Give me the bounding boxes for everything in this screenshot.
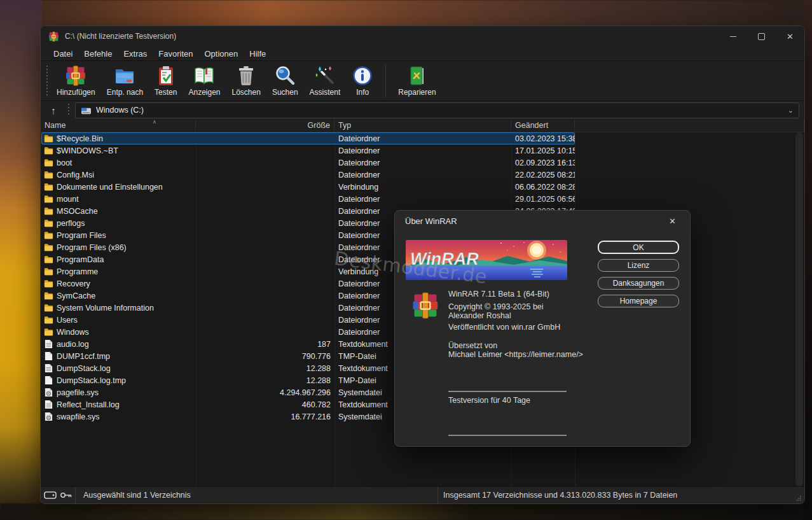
toolbar-button-label: Entp. nach xyxy=(107,88,143,97)
file-size: 12.288 xyxy=(196,376,334,385)
toolbar-button-label: Testen xyxy=(155,88,177,97)
file-name-cell: MSOCache xyxy=(41,206,196,216)
winrar-books-icon xyxy=(65,65,86,87)
menu-item-befehle[interactable]: Befehle xyxy=(78,48,118,59)
file-size: 4.294.967.296 xyxy=(196,388,334,397)
file-name-cell: boot xyxy=(41,158,196,167)
sort-ascending-icon: ∧ xyxy=(153,119,156,125)
title-bar[interactable]: C:\ (Nicht lizenzierte Testversion) ✕ xyxy=(41,26,804,46)
winrar-logo-text: WinRAR xyxy=(410,249,479,269)
column-header-modified[interactable]: Geändert xyxy=(511,119,575,132)
file-name-cell: DumpStack.log.tmp xyxy=(41,376,196,385)
dialog-button-danksagungen[interactable]: Danksagungen xyxy=(598,277,679,290)
dialog-button-lizenz[interactable]: Lizenz xyxy=(598,259,679,272)
file-name-cell: Recovery xyxy=(41,279,196,288)
window-controls: ✕ xyxy=(719,26,804,46)
toolbar-button-repair[interactable]: Reparieren xyxy=(392,63,441,99)
folder-icon xyxy=(44,279,53,288)
file-name: pagefile.sys xyxy=(57,388,99,397)
file-name: Windows xyxy=(57,328,89,337)
toolbar-button-label: Info xyxy=(356,88,369,97)
dialog-close-button[interactable]: ✕ xyxy=(665,215,680,227)
table-row[interactable]: Dokumente und EinstellungenVerbindung06.… xyxy=(41,181,804,193)
dialog-button-homepage[interactable]: Homepage xyxy=(598,295,679,307)
file-name-cell: Windows xyxy=(41,327,196,337)
address-bar: ↑ Windows (C:) ⌄ xyxy=(41,101,804,119)
menu-item-datei[interactable]: Datei xyxy=(48,48,78,59)
file-name: Programme xyxy=(57,267,98,276)
close-button[interactable]: ✕ xyxy=(776,26,804,46)
table-row[interactable]: mountDateiordner29.01.2025 06:56 xyxy=(41,193,804,205)
path-combobox[interactable]: Windows (C:) ⌄ xyxy=(75,102,799,118)
desktop-sky xyxy=(0,0,812,27)
maximize-icon xyxy=(758,33,765,40)
maximize-button[interactable] xyxy=(747,26,776,46)
table-row[interactable]: bootDateiordner02.09.2023 16:13 xyxy=(41,157,804,169)
toolbar-gripper[interactable] xyxy=(46,66,48,96)
file-name: mount xyxy=(57,195,79,204)
file-size: 187 xyxy=(196,340,334,349)
status-bar: Ausgewählt sind 1 Verzeichnis Insgesamt … xyxy=(41,486,804,503)
file-name: Program Files (x86) xyxy=(57,243,127,252)
file-name: DumpStack.log xyxy=(57,364,111,373)
toolbar-button-delete[interactable]: Löschen xyxy=(226,63,266,99)
resize-grip[interactable] xyxy=(795,495,802,502)
file-modified: 22.02.2025 08:21 xyxy=(511,171,575,179)
up-directory-button[interactable]: ↑ xyxy=(44,103,63,118)
magnifier-icon xyxy=(274,65,296,87)
file-name: swapfile.sys xyxy=(57,412,99,421)
toolbar: HinzufügenEntp. nachTestenAnzeigenLösche… xyxy=(41,60,804,101)
dialog-button-ok[interactable]: OK xyxy=(598,241,679,254)
folder-icon xyxy=(44,267,53,276)
file-system-icon xyxy=(44,388,53,397)
column-header-filler xyxy=(575,119,804,132)
file-name-cell: pagefile.sys xyxy=(41,388,196,397)
dialog-title-bar[interactable]: Über WinRAR ✕ xyxy=(395,211,690,231)
file-size: 790.776 xyxy=(196,352,334,361)
menu-item-favoriten[interactable]: Favoriten xyxy=(153,48,198,59)
wizard-wand-icon xyxy=(314,65,336,87)
toolbar-button-info[interactable]: Info xyxy=(346,63,379,99)
toolbar-button-extract[interactable]: Entp. nach xyxy=(101,63,149,99)
chevron-down-icon[interactable]: ⌄ xyxy=(788,107,794,114)
close-icon: ✕ xyxy=(787,32,794,41)
toolbar-button-add[interactable]: Hinzufügen xyxy=(51,63,101,99)
toolbar-button-label: Assistent xyxy=(310,88,341,97)
file-type: Dateiordner xyxy=(334,146,511,155)
file-type: Verbindung xyxy=(334,183,511,192)
file-name: Users xyxy=(57,316,78,325)
menu-item-extras[interactable]: Extras xyxy=(118,48,153,59)
file-name: Program Files xyxy=(57,231,106,240)
menu-item-hilfe[interactable]: Hilfe xyxy=(244,48,272,59)
separator-line xyxy=(448,391,567,392)
column-label: Typ xyxy=(338,121,351,130)
file-modified: 06.06.2022 08:28 xyxy=(511,183,575,192)
address-gripper[interactable] xyxy=(68,104,70,116)
toolbar-button-search[interactable]: Suchen xyxy=(266,63,304,99)
table-row[interactable]: $Recycle.BinDateiordner03.02.2023 15:38 xyxy=(41,132,804,144)
file-name-cell: Programme xyxy=(41,267,196,276)
status-totals: Insgesamt 17 Verzeichnisse und 4.313.020… xyxy=(438,491,804,500)
desktop-grass-bottom xyxy=(0,503,812,520)
winrar-app-icon xyxy=(48,31,59,42)
toolbar-button-view[interactable]: Anzeigen xyxy=(182,63,226,99)
folder-icon xyxy=(44,255,53,264)
table-row[interactable]: $WINDOWS.~BTDateiordner17.01.2025 10:15 xyxy=(41,144,804,157)
column-header-size[interactable]: Größe xyxy=(196,119,334,132)
winrar-banner: WinRAR xyxy=(406,240,567,280)
file-name: audio.log xyxy=(57,340,89,349)
dialog-title: Über WinRAR xyxy=(405,216,457,226)
toolbar-button-wizard[interactable]: Assistent xyxy=(304,63,347,99)
table-row[interactable]: Config.MsiDateiordner22.02.2025 08:21 xyxy=(41,169,804,181)
column-header-name[interactable]: Name xyxy=(41,119,196,132)
file-name: Recovery xyxy=(57,279,90,288)
column-header-type[interactable]: Typ xyxy=(334,119,511,132)
file-size: 460.782 xyxy=(196,400,334,409)
file-name-cell: perflogs xyxy=(41,218,196,228)
file-modified: 03.02.2023 15:38 xyxy=(511,134,575,143)
file-name: $Recycle.Bin xyxy=(57,134,103,143)
about-dialog: Über WinRAR ✕ xyxy=(394,210,691,447)
toolbar-button-test[interactable]: Testen xyxy=(149,63,182,99)
minimize-button[interactable] xyxy=(719,26,747,46)
menu-item-optionen[interactable]: Optionen xyxy=(199,48,244,59)
